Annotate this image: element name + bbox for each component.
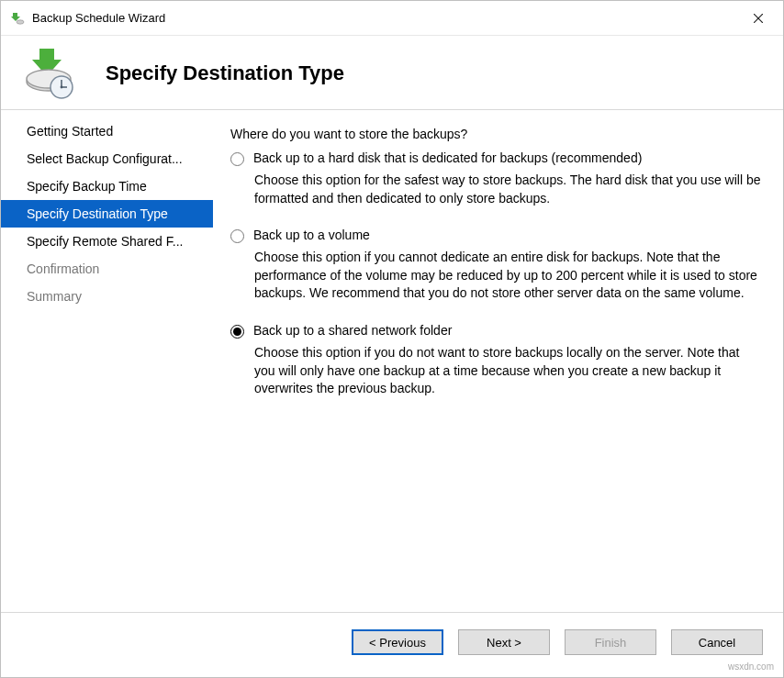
- titlebar: Backup Schedule Wizard: [1, 1, 783, 36]
- svg-point-0: [17, 19, 24, 23]
- option-dedicated-disk[interactable]: Back up to a hard disk that is dedicated…: [230, 150, 763, 166]
- option-dedicated-disk-desc: Choose this option for the safest way to…: [254, 172, 763, 207]
- option-volume[interactable]: Back up to a volume: [230, 228, 763, 243]
- wizard-steps-sidebar: Getting Started Select Backup Configurat…: [1, 110, 214, 612]
- next-button[interactable]: Next >: [458, 629, 550, 655]
- destination-type-icon: [19, 47, 78, 100]
- wizard-content: Where do you want to store the backups? …: [214, 110, 783, 612]
- step-specify-backup-time[interactable]: Specify Backup Time: [1, 172, 213, 200]
- step-summary: Summary: [1, 283, 213, 310]
- watermark: wsxdn.com: [728, 661, 774, 672]
- option-network-folder-label: Back up to a shared network folder: [253, 323, 452, 338]
- option-network-folder-desc: Choose this option if you do not want to…: [254, 344, 763, 398]
- step-specify-destination-type[interactable]: Specify Destination Type: [1, 200, 213, 228]
- previous-button[interactable]: < Previous: [352, 629, 443, 655]
- wizard-body: Getting Started Select Backup Configurat…: [1, 110, 783, 612]
- close-icon: [754, 14, 763, 23]
- step-confirmation: Confirmation: [1, 255, 213, 283]
- finish-button: Finish: [565, 629, 656, 655]
- radio-network-folder[interactable]: [230, 325, 244, 339]
- option-network-folder[interactable]: Back up to a shared network folder: [230, 323, 763, 339]
- step-getting-started[interactable]: Getting Started: [1, 117, 213, 145]
- wizard-footer: < Previous Next > Finish Cancel: [1, 612, 783, 677]
- wizard-window: Backup Schedule Wizard Specify Destinati…: [0, 0, 784, 678]
- cancel-button[interactable]: Cancel: [671, 629, 763, 655]
- page-title: Specify Destination Type: [106, 61, 344, 85]
- close-button[interactable]: [737, 5, 779, 32]
- radio-dedicated-disk[interactable]: [230, 152, 244, 166]
- option-volume-label: Back up to a volume: [253, 228, 370, 242]
- step-select-backup-config[interactable]: Select Backup Configurat...: [1, 145, 213, 172]
- radio-volume[interactable]: [230, 229, 244, 243]
- step-specify-remote-shared[interactable]: Specify Remote Shared F...: [1, 228, 213, 255]
- option-dedicated-disk-label: Back up to a hard disk that is dedicated…: [253, 150, 642, 165]
- window-title: Backup Schedule Wizard: [32, 11, 737, 25]
- prompt-text: Where do you want to store the backups?: [230, 127, 763, 141]
- wizard-header: Specify Destination Type: [1, 36, 783, 110]
- backup-wizard-icon: [10, 11, 25, 26]
- option-volume-desc: Choose this option if you cannot dedicat…: [254, 249, 763, 303]
